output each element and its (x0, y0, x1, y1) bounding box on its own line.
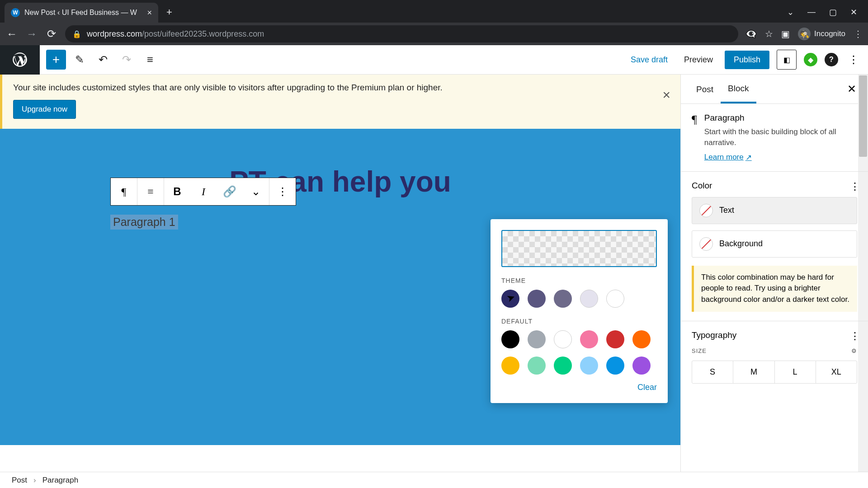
external-link-icon: ↗ (745, 153, 752, 162)
default-color-swatch[interactable] (632, 330, 651, 348)
panel-icon[interactable]: ▣ (781, 28, 790, 39)
more-rich-text-dropdown[interactable]: ⌄ (243, 178, 269, 205)
default-color-swatch[interactable] (554, 330, 572, 348)
document-outline-icon[interactable]: ≡ (140, 50, 160, 70)
wordpress-favicon: W (11, 8, 20, 17)
notice-close-icon[interactable]: × (662, 87, 670, 103)
font-size-picker: SMLXL (692, 361, 857, 384)
block-more-options-icon[interactable]: ⋮ (269, 178, 296, 205)
color-contrast-warning: This color combination may be hard for p… (692, 266, 857, 312)
text-color-option[interactable]: Text (692, 197, 857, 224)
save-draft-button[interactable]: Save draft (626, 52, 672, 68)
breadcrumb-root[interactable]: Post (12, 476, 27, 485)
theme-swatch-row (501, 290, 657, 308)
typography-panel-title: Typography (692, 330, 857, 340)
forward-button[interactable]: → (25, 28, 38, 40)
default-color-swatch[interactable] (606, 330, 624, 348)
color-panel-title: Color (692, 181, 857, 191)
paragraph-block-icon[interactable]: ¶ (111, 178, 137, 205)
no-color-icon (699, 237, 713, 251)
breadcrumb: Post › Paragraph (0, 472, 868, 488)
font-size-s[interactable]: S (692, 361, 733, 383)
incognito-badge[interactable]: 🕵️ Incognito (798, 28, 845, 40)
background-color-option[interactable]: Background (692, 230, 857, 258)
default-color-swatch[interactable] (554, 357, 572, 375)
upgrade-now-button[interactable]: Upgrade now (13, 100, 76, 119)
size-label: SIZE (692, 347, 707, 354)
theme-color-swatch[interactable] (501, 290, 519, 308)
tab-post[interactable]: Post (689, 75, 721, 103)
window-minimize-icon[interactable]: — (807, 7, 816, 17)
edit-tool-icon[interactable]: ✎ (70, 50, 90, 70)
italic-button[interactable]: I (190, 178, 217, 205)
theme-label: THEME (501, 277, 657, 284)
url-path: /post/uifeed20235.wordpress.com (142, 29, 264, 38)
kebab-menu-icon[interactable]: ⋮ (854, 28, 863, 39)
bold-button[interactable]: B (164, 178, 190, 205)
theme-color-swatch[interactable] (528, 290, 546, 308)
default-swatch-row (501, 330, 657, 375)
sidebar-toggle-icon[interactable]: ◧ (777, 50, 797, 70)
wordpress-logo[interactable] (0, 45, 40, 75)
paragraph-block[interactable]: Paragraph 1 (110, 215, 178, 230)
font-size-xl[interactable]: XL (816, 361, 857, 383)
address-bar[interactable]: 🔒 wordpress.com/post/uifeed20235.wordpre… (65, 25, 738, 42)
theme-color-swatch[interactable] (606, 290, 624, 308)
color-panel-more-icon[interactable]: ⋮ (850, 181, 860, 192)
jetpack-icon[interactable]: ◆ (804, 53, 817, 66)
lock-icon: 🔒 (72, 30, 81, 38)
default-label: DEFAULT (501, 318, 657, 325)
window-close-icon[interactable]: ✕ (850, 7, 857, 17)
block-inserter-button[interactable]: + (46, 50, 66, 70)
more-options-icon[interactable]: ⋮ (845, 53, 862, 66)
size-settings-icon[interactable]: ⚙ (851, 347, 857, 354)
default-color-swatch[interactable] (580, 357, 598, 375)
back-button[interactable]: ← (5, 28, 18, 40)
no-color-icon (699, 204, 713, 217)
default-color-swatch[interactable] (501, 357, 519, 375)
bookmark-star-icon[interactable]: ☆ (765, 28, 773, 39)
tabs-dropdown-icon[interactable]: ⌄ (787, 7, 794, 17)
window-maximize-icon[interactable]: ▢ (829, 7, 837, 17)
undo-button[interactable]: ↶ (93, 50, 113, 70)
color-preview-transparent[interactable] (501, 230, 657, 267)
eye-off-icon[interactable]: 👁️‍🗨️ (745, 28, 757, 39)
typography-panel-more-icon[interactable]: ⋮ (850, 330, 860, 342)
tab-close-icon[interactable]: × (147, 8, 152, 18)
default-color-swatch[interactable] (528, 357, 546, 375)
font-size-m[interactable]: M (733, 361, 774, 383)
theme-color-swatch[interactable] (554, 290, 572, 308)
reload-button[interactable]: ⟳ (45, 28, 58, 40)
notice-text: Your site includes customized styles tha… (13, 83, 670, 93)
paragraph-icon: ¶ (692, 113, 697, 127)
default-color-swatch[interactable] (528, 330, 546, 348)
sidebar-close-icon[interactable]: ✕ (844, 79, 860, 99)
block-toolbar: ¶ ≡ B I 🔗 ⌄ ⋮ (110, 178, 296, 206)
block-description: Start with the basic building block of a… (704, 127, 857, 148)
clear-color-button[interactable]: Clear (501, 383, 657, 392)
browser-tab[interactable]: W New Post ‹ UI Feed Business — W × (5, 3, 158, 23)
upgrade-notice: Your site includes customized styles tha… (0, 75, 680, 129)
tab-block[interactable]: Block (721, 75, 756, 103)
align-icon[interactable]: ≡ (137, 178, 164, 205)
chevron-right-icon: › (33, 476, 36, 485)
font-size-l[interactable]: L (775, 361, 816, 383)
learn-more-link[interactable]: Learn more↗ (704, 153, 752, 162)
settings-sidebar: Post Block ✕ ¶ Paragraph Start with the … (680, 75, 868, 472)
default-color-swatch[interactable] (606, 357, 624, 375)
url-host: wordpress.com (87, 29, 142, 38)
breadcrumb-current[interactable]: Paragraph (42, 476, 78, 485)
publish-button[interactable]: Publish (725, 51, 769, 69)
link-button[interactable]: 🔗 (217, 178, 243, 205)
editor-canvas[interactable]: PT can help you ¶ ≡ B I 🔗 ⌄ (0, 129, 680, 445)
redo-button[interactable]: ↷ (117, 50, 137, 70)
default-color-swatch[interactable] (580, 330, 598, 348)
preview-button[interactable]: Preview (679, 52, 717, 68)
incognito-icon: 🕵️ (798, 28, 811, 40)
theme-color-swatch[interactable] (580, 290, 598, 308)
help-icon[interactable]: ? (825, 53, 838, 66)
color-picker-popover: THEME DEFAULT Clear (491, 219, 668, 403)
default-color-swatch[interactable] (632, 357, 651, 375)
new-tab-button[interactable]: + (166, 6, 172, 18)
default-color-swatch[interactable] (501, 330, 519, 348)
